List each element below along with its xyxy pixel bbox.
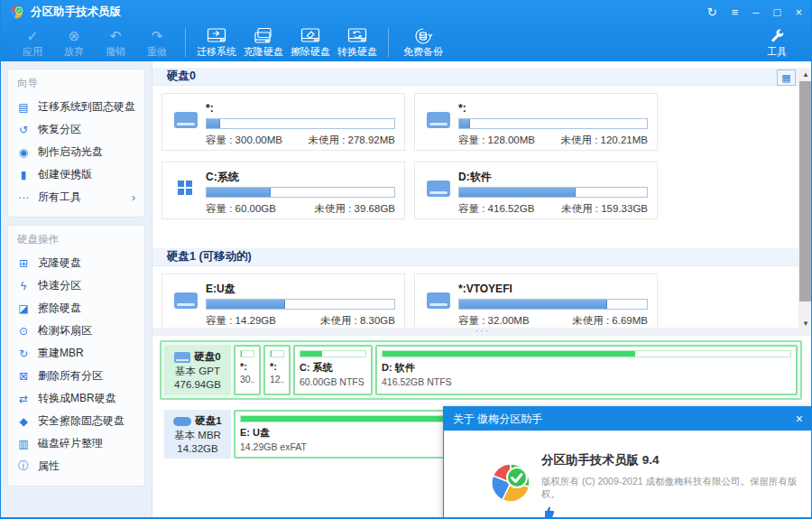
partition-card-d-drive[interactable]: D:软件 容量 : 416.52GB 未使用 : 159.33GB (414, 162, 658, 219)
close-icon[interactable]: × (795, 5, 802, 19)
recover-icon: ↺ (17, 124, 30, 136)
sidebar-item-label: 删除所有分区 (38, 368, 103, 384)
sidebar-item-properties[interactable]: ⓘ 属性 (15, 455, 137, 477)
unused-text: 未使用 : 8.30GB (320, 314, 395, 328)
disk0-strip-row[interactable]: 硬盘0 基本 GPT 476.94GB *: 30... *: 12... C:… (160, 340, 802, 400)
bad-sector-icon: ⊙ (17, 325, 30, 338)
maximize-icon[interactable]: □ (774, 5, 781, 19)
undo-button[interactable]: ↶ 撤销 (95, 24, 136, 60)
partition-size: 416.52GB NTFS (382, 376, 791, 387)
usage-bar (458, 118, 648, 129)
sidebar-item-convert-to-mbr[interactable]: ⇄ 转换成MBR硬盘 (15, 387, 137, 410)
sidebar-item-all-tools[interactable]: ⋯ 所有工具 › (15, 186, 137, 209)
disk1-cards: E:U盘 容量 : 14.29GB 未使用 : 8.30GB *:VTOYEFI… (161, 273, 660, 331)
drive-icon (174, 292, 198, 309)
dialog-close-icon[interactable]: × (796, 412, 803, 426)
partition-name: *:VTOYEFI (458, 283, 648, 295)
partition-size: 60.00GB NTFS (300, 376, 366, 387)
titlebar: 分区助手技术员版 ↻ ≡ – □ × (1, 0, 811, 23)
partition-card-disk0-p2[interactable]: *: 容量 : 128.00MB 未使用 : 120.21MB (414, 93, 658, 151)
partition-card-c-drive[interactable]: C:系统 容量 : 60.00GB 未使用 : 39.68GB (161, 162, 405, 219)
partition-name: *: (458, 102, 648, 115)
clone-disk-button[interactable]: 克隆硬盘 (240, 24, 287, 60)
partition-name: *: (270, 361, 284, 372)
view-toggle-button[interactable]: ▦ (777, 70, 796, 86)
discard-button[interactable]: ⊗ 放弃 (53, 24, 95, 60)
app-logo-icon (10, 5, 23, 19)
convert-disk-icon (346, 27, 368, 45)
sidebar-item-migrate-to-ssd[interactable]: ▤ 迁移系统到固态硬盘 (15, 96, 137, 118)
redo-label: 重做 (147, 45, 167, 59)
window-title: 分区助手技术员版 (31, 5, 121, 20)
partition-name: *: (206, 102, 395, 115)
partition-name: D: 软件 (382, 361, 791, 375)
tools-label: 工具 (767, 45, 787, 59)
partition-card-vtoyefi[interactable]: *:VTOYEFI 容量 : 32.00MB 未使用 : 6.69MB (414, 273, 658, 331)
redo-button[interactable]: ↷ 重做 (136, 24, 178, 60)
clone-icon: ⊞ (17, 257, 30, 270)
windows-icon (178, 181, 193, 196)
apply-button[interactable]: ✓ 应用 (12, 24, 53, 60)
sidebar-item-delete-all-partitions[interactable]: ⊠ 删除所有分区 (15, 365, 137, 387)
minimize-icon[interactable]: – (752, 5, 759, 19)
unused-text: 未使用 : 278.92MB (308, 134, 395, 147)
sidebar-item-secure-erase-ssd[interactable]: ◆ 安全擦除固态硬盘 (15, 410, 137, 432)
tools-button[interactable]: 工具 (753, 24, 800, 60)
scroll-up-icon[interactable]: ▴ (798, 68, 812, 80)
sidebar-item-defrag[interactable]: ▥ 磁盘碎片整理 (15, 432, 137, 455)
scrollbar-thumb[interactable] (799, 81, 812, 301)
sidebar-item-clone-disk[interactable]: ⊞ 克隆硬盘 (15, 252, 137, 274)
disk-name: 硬盘1 (195, 414, 221, 428)
sidebar-item-rebuild-mbr[interactable]: ↻ 重建MBR (15, 342, 137, 365)
clone-disk-icon (253, 27, 274, 45)
usage-bar (458, 187, 648, 198)
sidebar-item-make-boot-disc[interactable]: ◉ 制作启动光盘 (15, 141, 137, 163)
partition-card-disk0-p1[interactable]: *: 容量 : 300.00MB 未使用 : 278.92MB (161, 93, 405, 151)
sidebar-item-label: 迁移系统到固态硬盘 (38, 99, 135, 115)
partition-name: D:软件 (458, 171, 648, 183)
all-tools-icon: ⋯ (17, 191, 30, 204)
apply-label: 应用 (23, 45, 42, 59)
migrate-ssd-icon: ▤ (17, 101, 30, 114)
disk0-label[interactable]: 硬盘0 基本 GPT 476.94GB (164, 345, 231, 395)
drive-icon (174, 112, 198, 128)
menu-icon[interactable]: ≡ (732, 5, 739, 19)
sidebar-item-create-portable[interactable]: ▮ 创建便携版 (15, 163, 137, 186)
sidebar-item-wipe-disk[interactable]: ◪ 擦除硬盘 (15, 297, 137, 320)
disk1-label[interactable]: 硬盘1 基本 MBR 14.32GB (164, 410, 231, 459)
sidebar-item-label: 所有工具 (38, 190, 81, 205)
wipe-disk-icon (300, 27, 321, 45)
wipe-icon: ◪ (17, 302, 30, 315)
splitter-handle[interactable]: ··· (152, 328, 812, 336)
strip-partition-c[interactable]: C: 系统 60.00GB NTFS (293, 345, 373, 395)
disk0-cards: *: 容量 : 300.00MB 未使用 : 278.92MB *: 容量 : … (161, 93, 660, 219)
sidebar-item-quick-partition[interactable]: ϟ 快速分区 (15, 274, 137, 297)
strip-partition-d[interactable]: D: 软件 416.52GB NTFS (375, 345, 798, 395)
vertical-scrollbar[interactable]: ▴ ▾ (798, 68, 812, 329)
refresh-icon[interactable]: ↻ (707, 5, 717, 19)
undo-label: 撤销 (106, 45, 125, 59)
usage-bar (458, 299, 648, 310)
strip-partition-disk0-p2[interactable]: *: 12... (263, 345, 291, 395)
migrate-os-button[interactable]: 迁移系统 (193, 24, 240, 60)
capacity-text: 容量 : 128.00MB (458, 134, 535, 147)
free-backup-icon (413, 27, 433, 45)
sidebar-item-check-bad-sectors[interactable]: ⊙ 检测坏扇区 (15, 320, 137, 342)
delete-icon: ⊠ (17, 370, 30, 383)
free-backup-button[interactable]: 免费备份 (396, 24, 450, 60)
app-header: 分区助手技术员版 ↻ ≡ – □ × ✓ 应用 ⊗ 放弃 ↶ 撤销 (1, 0, 811, 61)
wipe-disk-button[interactable]: 擦除硬盘 (287, 24, 334, 60)
sidebar-item-label: 创建便携版 (38, 167, 92, 182)
capacity-text: 容量 : 32.00MB (458, 314, 530, 328)
partition-card-e-drive[interactable]: E:U盘 容量 : 14.29GB 未使用 : 8.30GB (161, 273, 405, 331)
product-version-text: 分区助手技术员版 9.4 (541, 452, 660, 468)
disk-type: 基本 MBR (174, 429, 221, 442)
boot-disc-icon: ◉ (17, 146, 30, 159)
wizard-section-title: 向导 (17, 77, 137, 90)
sidebar-item-recover-partition[interactable]: ↺ 恢复分区 (15, 118, 137, 141)
portable-icon: ▮ (17, 169, 30, 181)
toolbar-separator (388, 28, 389, 57)
clone-disk-label: 克隆硬盘 (244, 45, 283, 59)
convert-disk-button[interactable]: 转换硬盘 (334, 24, 381, 60)
strip-partition-disk0-p1[interactable]: *: 30... (234, 345, 261, 395)
